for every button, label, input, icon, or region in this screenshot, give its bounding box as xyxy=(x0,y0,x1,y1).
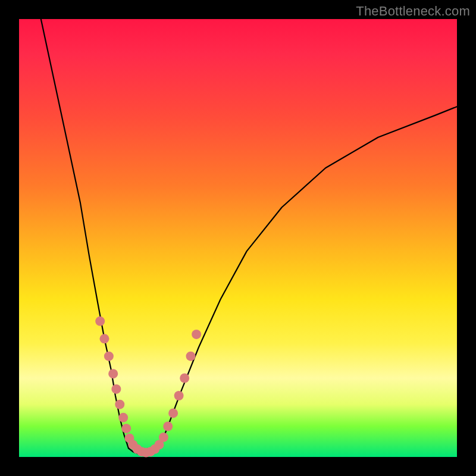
data-point-marker xyxy=(159,433,168,442)
data-point-marker xyxy=(186,352,196,361)
data-point-marker xyxy=(168,408,178,418)
data-point-marker xyxy=(115,400,124,409)
data-point-marker xyxy=(104,352,114,361)
curve-group xyxy=(41,19,457,455)
data-point-marker xyxy=(100,334,109,343)
data-point-marker xyxy=(118,413,128,422)
data-point-marker xyxy=(121,424,131,433)
data-point-marker xyxy=(174,391,184,400)
data-point-marker xyxy=(180,374,189,383)
watermark-text: TheBottleneck.com xyxy=(356,4,470,19)
data-point-marker xyxy=(163,422,173,431)
marker-group xyxy=(95,317,201,458)
data-point-marker xyxy=(108,369,118,378)
plot-area xyxy=(19,19,457,457)
curve-right-branch xyxy=(159,107,458,448)
chart-frame: TheBottleneck.com xyxy=(0,0,476,476)
data-point-marker xyxy=(111,384,121,394)
data-point-marker xyxy=(192,330,201,339)
chart-svg xyxy=(19,19,457,457)
curve-left-branch xyxy=(41,19,129,448)
data-point-marker xyxy=(95,317,105,326)
